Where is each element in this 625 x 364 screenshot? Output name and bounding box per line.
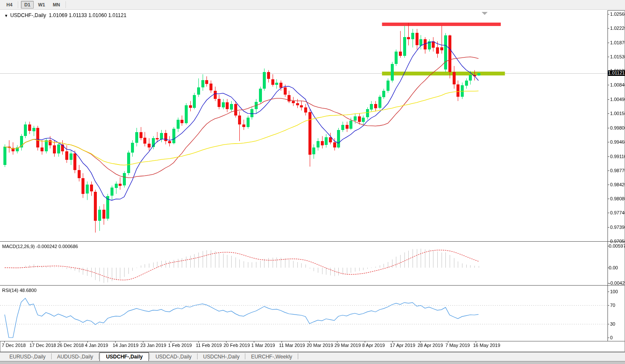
- date-axis-label: 23 Jan 2019: [140, 343, 166, 348]
- macd-axis-label: 0.00: [609, 265, 618, 270]
- price-axis-label: 1.02560: [610, 12, 625, 17]
- date-axis-label: 17 Dec 2018: [29, 343, 56, 348]
- rsi-axis-label: 70: [610, 303, 615, 308]
- date-axis-line: [0, 341, 625, 341]
- axis-tick-mark: [608, 142, 609, 142]
- date-tick-mark: [87, 341, 88, 343]
- chart-dropdown-arrow-icon[interactable]: ▼: [4, 14, 8, 18]
- date-tick-mark: [198, 341, 199, 343]
- date-tick-mark: [143, 341, 143, 343]
- current-price-tag: 1.01121: [608, 70, 625, 76]
- macd-axis-label: -0.004243: [609, 280, 625, 286]
- date-axis-label: 17 Apr 2019: [390, 343, 415, 348]
- rsi-axis-label: 0: [610, 335, 613, 340]
- date-axis-label: 1 Mar 2019: [251, 343, 275, 348]
- axis-tick-mark: [608, 156, 609, 157]
- axis-tick-mark: [608, 128, 609, 128]
- price-axis-label: 0.97740: [610, 210, 625, 215]
- chart-symbol-label: USDCHF-,Daily: [10, 12, 46, 18]
- axis-tick-mark: [608, 241, 609, 242]
- toolbar-separator: [18, 1, 19, 8]
- tab-audusd-daily[interactable]: AUDUSD-,Daily: [52, 353, 99, 361]
- date-tick-mark: [60, 341, 60, 343]
- price-axis-label: 0.99110: [610, 154, 625, 159]
- axis-tick-mark: [608, 185, 609, 185]
- toolbar-separator: [66, 1, 67, 8]
- date-tick-mark: [365, 341, 365, 343]
- date-tick-mark: [392, 341, 393, 343]
- tab-usdchf-daily[interactable]: USDCHF-,Daily: [99, 352, 149, 361]
- date-axis-label: 26 Dec 2018: [57, 343, 84, 348]
- date-axis-label: 14 Jan 2019: [113, 343, 139, 348]
- date-axis-label: 16 May 2019: [473, 343, 500, 348]
- rsi-indicator-label: RSI(14) 48.6800: [2, 288, 37, 293]
- timeframe-button-mn[interactable]: MN: [49, 1, 64, 9]
- price-axis-label: 1.01870: [610, 40, 625, 45]
- date-axis-label: 28 Apr 2019: [418, 343, 443, 348]
- axis-tick-mark: [608, 199, 609, 199]
- price-pane-canvas[interactable]: [0, 10, 608, 242]
- tab-divider: [298, 353, 298, 359]
- tab-eurusd-daily[interactable]: EURUSD-,Daily: [4, 353, 51, 361]
- axis-tick-mark: [608, 14, 609, 14]
- price-axis-label: 0.97390: [610, 225, 625, 230]
- macd-pane-canvas[interactable]: [0, 242, 608, 286]
- date-axis-label: 4 Jan 2019: [85, 343, 108, 348]
- timeframe-button-w1[interactable]: W1: [35, 1, 49, 9]
- tab-usdcad-daily[interactable]: USDCAD-,Daily: [150, 353, 197, 361]
- date-tick-mark: [309, 341, 310, 343]
- axis-tick-mark: [608, 324, 609, 324]
- price-axis-label: 0.98420: [610, 182, 625, 187]
- date-axis-label: 20 Feb 2019: [224, 343, 250, 348]
- price-axis-label: 1.00490: [610, 97, 625, 102]
- tab-divider: [245, 353, 245, 359]
- axis-tick-mark: [608, 113, 609, 114]
- rsi-axis-label: 100: [610, 289, 618, 294]
- chart-title: ▼USDCHF-,Daily 1.01069 1.01133 1.01060 1…: [4, 12, 126, 18]
- horizontal-scrollbar[interactable]: [0, 361, 625, 364]
- axis-tick-mark: [608, 246, 609, 246]
- pane-separator[interactable]: [0, 285, 625, 286]
- date-tick-mark: [337, 341, 337, 343]
- date-axis-label: 29 Mar 2019: [334, 343, 361, 348]
- mt4-terminal: H4D1W1MN ▼USDCHF-,Daily 1.01069 1.01133 …: [0, 0, 625, 364]
- axis-tick-mark: [608, 43, 609, 43]
- price-axis-label: 0.99460: [610, 139, 625, 144]
- price-axis-label: 1.00150: [610, 111, 625, 116]
- date-axis-label: 20 Mar 2019: [307, 343, 333, 348]
- date-tick-mark: [4, 341, 5, 343]
- timeframe-button-d1[interactable]: D1: [21, 1, 34, 9]
- macd-axis-label: 0.00597: [609, 243, 625, 248]
- rsi-pane-canvas[interactable]: [0, 286, 608, 341]
- price-axis-label: 0.99800: [610, 125, 625, 130]
- chart-tabbar: EURUSD-,DailyAUDUSD-,DailyUSDCHF-,DailyU…: [0, 352, 625, 361]
- date-axis-label: 1 Feb 2019: [168, 343, 192, 348]
- axis-tick-mark: [608, 292, 609, 292]
- tab-usdcnh-daily[interactable]: USDCNH-,Daily: [198, 353, 244, 361]
- date-tick-mark: [476, 341, 476, 343]
- axis-tick-mark: [608, 85, 609, 85]
- pane-separator[interactable]: [0, 241, 625, 242]
- axis-tick-mark: [608, 99, 609, 100]
- date-tick-mark: [115, 341, 116, 343]
- date-tick-mark: [282, 341, 282, 343]
- rsi-axis-label: 30: [610, 321, 615, 326]
- date-tick-mark: [448, 341, 448, 343]
- axis-tick-mark: [608, 170, 609, 171]
- axis-tick-mark: [608, 338, 609, 338]
- date-tick-mark: [420, 341, 421, 343]
- timeframe-button-h4[interactable]: H4: [3, 1, 16, 9]
- tab-eurchf-weekly[interactable]: EURCHF-,Weekly: [246, 353, 297, 361]
- axis-tick-mark: [608, 28, 609, 29]
- chart-shift-marker-icon[interactable]: [482, 12, 488, 15]
- axis-tick-mark: [608, 57, 609, 57]
- tab-divider: [149, 353, 150, 359]
- date-axis-label: 8 Apr 2019: [362, 343, 385, 348]
- timeframe-toolbar: H4D1W1MN: [0, 0, 625, 10]
- chart-ohlc-values: 1.01069 1.01133 1.01060 1.01121: [49, 12, 127, 18]
- axis-tick-mark: [608, 227, 609, 228]
- axis-tick-mark: [608, 268, 609, 268]
- price-axis-label: 1.02220: [610, 26, 625, 31]
- date-tick-mark: [32, 341, 32, 343]
- date-axis-label: 7 May 2019: [445, 343, 470, 348]
